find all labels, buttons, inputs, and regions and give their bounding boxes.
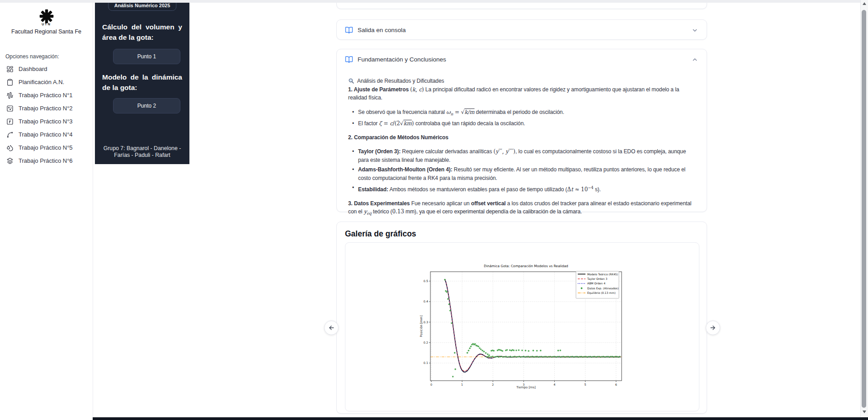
scrollbar-up-arrow[interactable] xyxy=(863,2,866,5)
sidebar-item-dashboard[interactable]: Dashboard xyxy=(0,62,93,76)
app-window: UTN Facultad Regional Santa Fe Opciones … xyxy=(0,0,868,420)
conclusions-bullet: Adams-Bashforth-Moulton (Orden 4): Resul… xyxy=(358,165,695,182)
spline-icon xyxy=(6,131,14,138)
svg-text:Tiempo [ms]: Tiempo [ms] xyxy=(516,386,536,389)
utn-logo-text: UTN xyxy=(0,23,93,26)
punto-1-button[interactable]: Punto 1 xyxy=(113,49,180,64)
chevron-up-icon[interactable] xyxy=(691,56,698,63)
top-edge-strip xyxy=(0,0,868,3)
function-square-icon xyxy=(6,118,14,125)
vertical-scrollbar xyxy=(860,0,868,417)
scrollbar-down-arrow[interactable] xyxy=(863,411,866,413)
gallery-carousel: 01234560.10.20.30.40.5Dinámica Gota: Com… xyxy=(345,242,699,411)
conclusions-content: Análisis de Resultados y Dificultades 1.… xyxy=(337,70,707,218)
conclusions-bullet-list: Taylor (Orden 3): Requiere calcular deri… xyxy=(348,147,695,194)
sidebar-item-tp6[interactable]: Trabajo Práctico N°6 xyxy=(0,154,93,167)
panel-section-title-2: Modelo de la dinámica de la gota: xyxy=(102,72,182,93)
droplets-icon xyxy=(6,144,14,151)
svg-text:6: 6 xyxy=(615,383,617,387)
nav-section-label: Opciones navegación: xyxy=(5,53,59,60)
svg-text:1: 1 xyxy=(461,383,463,387)
group-footer: Grupo 7: Bagnarol - Danelone - Farías - … xyxy=(99,145,185,159)
gallery-next-button[interactable] xyxy=(706,321,720,335)
gallery-card: Galería de gráficos 01234560.10.20.30.40… xyxy=(336,222,707,414)
sidebar-item-label: Trabajo Práctico N°1 xyxy=(19,92,73,99)
svg-text:Dinámica Gota: Comparación Mod: Dinámica Gota: Comparación Modelos vs Re… xyxy=(484,264,568,268)
svg-text:Datos Exp. (Alineados): Datos Exp. (Alineados) xyxy=(587,287,618,290)
gallery-prev-button[interactable] xyxy=(324,321,339,335)
conclusions-expander-header[interactable]: Fundamentación y Conclusiones xyxy=(337,49,707,70)
conclusions-expander: Fundamentación y Conclusiones Análisis d… xyxy=(336,49,707,212)
conclusions-lead: Análisis de Resultados y Dificultades xyxy=(348,77,695,85)
sidebar-item-label: Trabajo Práctico N°5 xyxy=(19,144,73,151)
sidebar-item-label: Trabajo Práctico N°4 xyxy=(19,131,73,138)
svg-text:2: 2 xyxy=(492,383,494,387)
conclusions-bullet-list: Se observó que la frecuencia natural ωn … xyxy=(348,108,695,128)
console-expander-title: Salida en consola xyxy=(358,27,406,33)
conclusions-lead-text: Análisis de Resultados y Dificultades xyxy=(357,77,444,85)
sidebar-item-tp3[interactable]: Trabajo Práctico N°3 xyxy=(0,115,93,128)
conclusions-paragraph: 3. Datos Experimentales Fue necesario ap… xyxy=(348,199,695,218)
sidebar-item-label: Dashboard xyxy=(19,66,47,72)
sidebar-item-tp2[interactable]: Trabajo Práctico N°2 xyxy=(0,102,93,115)
sidebar-item-planificacion[interactable]: Planificación A.N. xyxy=(0,76,93,89)
svg-text:4: 4 xyxy=(553,383,555,387)
logo-caption: Facultad Regional Santa Fe xyxy=(0,28,93,35)
sidebar-item-tp5[interactable]: Trabajo Práctico N°5 xyxy=(0,141,93,154)
conclusions-bullet: Estabilidad: Ambos métodos se mantuviero… xyxy=(358,184,695,194)
panel-section-title-1: Cálculo del volumen y área de la gota: xyxy=(102,22,182,42)
svg-text:Equilibrio (0.13 mm): Equilibrio (0.13 mm) xyxy=(587,291,616,295)
waveform-icon xyxy=(6,92,14,99)
conclusions-paragraphs: 1. Ajuste de Parámetros (k, c) La princi… xyxy=(348,85,695,218)
conclusions-bullet: El factor ζ = c/(2√km) controlaba qué ta… xyxy=(358,119,695,128)
svg-text:5: 5 xyxy=(585,383,586,387)
conclusions-bullet: Taylor (Orden 3): Requiere calcular deri… xyxy=(358,147,695,164)
nav-list: Dashboard Planificación A.N. Trabajo Prá… xyxy=(0,62,93,167)
university-logo: UTN Facultad Regional Santa Fe xyxy=(0,8,93,35)
gallery-chart: 01234560.10.20.30.40.5Dinámica Gota: Com… xyxy=(419,263,625,391)
scrollbar-thumb[interactable] xyxy=(862,10,866,408)
scatter-chart-icon xyxy=(6,105,14,112)
svg-text:0: 0 xyxy=(430,383,432,387)
magnifier-icon xyxy=(348,78,354,84)
svg-text:0.4: 0.4 xyxy=(424,300,428,303)
sidebar-item-label: Planificación A.N. xyxy=(19,79,64,85)
svg-text:ABM Orden 4: ABM Orden 4 xyxy=(587,282,605,285)
svg-text:0.1: 0.1 xyxy=(424,361,428,365)
svg-text:Modelo Teórico (RK45): Modelo Teórico (RK45) xyxy=(587,273,618,276)
chevron-down-icon[interactable] xyxy=(691,27,698,34)
conclusions-bullet: Se observó que la frecuencia natural ωn … xyxy=(358,108,695,118)
svg-text:0.2: 0.2 xyxy=(424,341,428,344)
book-open-icon xyxy=(345,26,353,34)
svg-text:0.3: 0.3 xyxy=(424,321,428,324)
dashboard-icon xyxy=(6,66,14,73)
utn-star-icon xyxy=(38,8,55,24)
book-open-icon xyxy=(345,56,353,64)
arrow-left-icon xyxy=(328,324,335,331)
svg-text:Taylor Orden 3: Taylor Orden 3 xyxy=(587,277,608,281)
sidebar-item-tp1[interactable]: Trabajo Práctico N°1 xyxy=(0,89,93,102)
console-expander-header[interactable]: Salida en consola xyxy=(337,20,707,40)
conclusions-paragraph: 1. Ajuste de Parámetros (k, c) La princi… xyxy=(348,85,695,102)
svg-text:Posición [mm]: Posición [mm] xyxy=(420,315,423,337)
conclusions-expander-title: Fundamentación y Conclusiones xyxy=(358,56,446,63)
layers-icon xyxy=(6,157,14,165)
console-expander: Salida en consola xyxy=(336,19,707,40)
punto-2-button[interactable]: Punto 2 xyxy=(113,98,180,113)
conclusions-paragraph: 2. Comparación de Métodos Numéricos xyxy=(348,133,695,142)
arrow-right-icon xyxy=(709,324,717,331)
svg-text:0.5: 0.5 xyxy=(424,279,428,283)
sidebar-item-label: Trabajo Práctico N°2 xyxy=(19,105,73,112)
clipboard-icon xyxy=(6,79,14,86)
sidebar-item-label: Trabajo Práctico N°6 xyxy=(19,157,73,164)
course-panel: Análisis Numérico 2025 Cálculo del volum… xyxy=(95,3,189,164)
gallery-title: Galería de gráficos xyxy=(337,222,707,239)
sidebar-item-label: Trabajo Práctico N°3 xyxy=(19,118,73,125)
navigation-sidebar: UTN Facultad Regional Santa Fe Opciones … xyxy=(0,3,93,420)
bottom-edge-strip xyxy=(93,417,868,420)
sidebar-item-tp4[interactable]: Trabajo Práctico N°4 xyxy=(0,128,93,141)
